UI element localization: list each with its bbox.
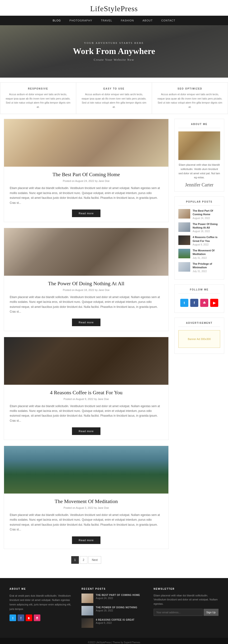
footer-recent-post-1: THE BEST PART OF COMING HOME August 24, … (82, 594, 146, 603)
footer-about-text: Erat at vestit pars duis blandit sollici… (9, 594, 74, 612)
hero-content: Your Adventure Starts Here Work From Any… (73, 42, 155, 62)
footer-recent-thumb-3 (82, 618, 93, 628)
popular-info-3: 4 Reasons Coffee is Great For You August… (193, 236, 220, 246)
popular-thumb-5 (178, 262, 190, 272)
popular-title-4[interactable]: The Movement Of Meditation (193, 249, 220, 256)
popular-info-5: The Privilege of Minimalism July 31, 202… (193, 262, 220, 272)
hero-tagline: Create Your Website Now (73, 58, 155, 62)
footer-recent-date-1: August 24, 2022 (96, 597, 140, 600)
popular-post-3: 4 Reasons Coffee is Great For You August… (178, 236, 220, 246)
post-title-1: The Best Part Of Coming Home (10, 172, 163, 178)
youtube-icon[interactable]: ▶ (210, 299, 218, 307)
nav-item-photography[interactable]: PHOTOGRAPHY (65, 16, 97, 25)
pagination: 1 2 Next (4, 556, 169, 564)
feature-responsive-title: RESPONSIVE (5, 87, 71, 90)
post-title-2: The Power Of Doing Nothing At All (10, 280, 163, 287)
popular-title-1[interactable]: The Best Part Of Coming Home (193, 209, 220, 216)
footer-recent-thumb-2 (82, 606, 93, 616)
footer-youtube-icon[interactable]: ▶ (26, 614, 32, 621)
nav-item-fashion[interactable]: FASHION (116, 16, 138, 25)
footer-recent-posts-title: RECENT POSTS (82, 588, 146, 590)
post-image-1 (4, 119, 168, 167)
instagram-icon[interactable]: ☘ (200, 299, 208, 307)
footer-recent-posts-widget: RECENT POSTS THE BEST PART OF COMING HOM… (82, 588, 146, 631)
popular-title-5[interactable]: The Privilege of Minimalism (193, 262, 220, 270)
nav-item-travel[interactable]: TRAVEL (97, 16, 116, 25)
main-layout: The Best Part Of Coming Home Posted on A… (0, 119, 228, 578)
post-card-1: The Best Part Of Coming Home Posted on A… (4, 119, 169, 222)
twitter-icon[interactable]: t (180, 299, 188, 307)
post-excerpt-3: Etiam placerat velit vitae dui blandit s… (10, 404, 163, 423)
popular-post-5: The Privilege of Minimalism July 31, 202… (178, 262, 220, 272)
read-more-button-3[interactable]: Read more (72, 427, 100, 435)
nav-item-about[interactable]: ABOUT (138, 16, 157, 25)
social-icons: t f ☘ ▶ (178, 297, 220, 309)
page-btn-2[interactable]: 2 (80, 556, 87, 564)
popular-thumb-1 (178, 209, 190, 218)
footer-recent-date-2: August 18, 2022 (96, 609, 137, 612)
facebook-icon[interactable]: f (190, 299, 198, 307)
popular-date-5: July 31, 2022 (193, 270, 220, 272)
feature-responsive-text: Accus ardium et dolor emque veri tatis a… (5, 92, 71, 109)
popular-title-3[interactable]: 4 Reasons Coffee is Great For You (193, 236, 220, 243)
footer: ABOUT ME Erat at vestit pars duis blandi… (0, 578, 228, 644)
feature-easy-title: EASY TO USE (82, 87, 147, 90)
hero-section: Your Adventure Starts Here Work From Any… (0, 25, 228, 78)
newsletter-signup-button[interactable]: Sign Up (204, 609, 219, 616)
footer-recent-title-1[interactable]: THE BEST PART OF COMING HOME (96, 594, 140, 597)
follow-widget: FOLLOW ME t f ☘ ▶ (174, 284, 224, 313)
post-meta-2: Posted on August 18, 2022 by Jane Doe (10, 288, 163, 292)
nav-item-contact[interactable]: CONTACT (157, 16, 180, 25)
popular-post-1: The Best Part Of Coming Home August 24, … (178, 209, 220, 220)
advertisement-widget: ADVERTISEMENT Banner Ad 300x300 (174, 318, 224, 354)
popular-thumb-3 (178, 236, 190, 245)
feature-responsive: RESPONSIVE Accus ardium et dolor emque v… (0, 82, 76, 114)
feature-easy-text: Accus ardium et dolor emque veri tatis a… (82, 92, 147, 109)
footer-instagram-icon[interactable]: ☘ (34, 614, 40, 621)
read-more-button-1[interactable]: Read more (72, 210, 100, 217)
footer-social-icons: t f ▶ ☘ (9, 614, 74, 621)
footer-recent-thumb-1 (82, 594, 93, 603)
feature-seo-title: SEO OPTIMIZED (157, 87, 223, 90)
nav-item-blog[interactable]: BLOG (48, 16, 65, 25)
post-excerpt-1: Etiam placerat velit vitae dui blandit s… (10, 186, 163, 205)
main-nav: BLOG PHOTOGRAPHY TRAVEL FASHION ABOUT CO… (0, 16, 228, 25)
post-image-3 (4, 337, 168, 385)
popular-thumb-4 (178, 249, 190, 258)
footer-recent-post-3: 4 REASONS COFFEE IS GREAT August 9, 2022 (82, 618, 146, 628)
footer-twitter-icon[interactable]: t (9, 614, 16, 621)
post-image-2 (4, 228, 168, 276)
page-btn-1[interactable]: 1 (71, 556, 79, 564)
sidebar: ABOUT ME Etiam placerat velit vitae dui … (174, 119, 224, 571)
feature-easy: EASY TO USE Accus ardium et dolor emque … (76, 82, 152, 114)
site-title: LifeStylePress (0, 4, 228, 13)
footer-recent-title-3[interactable]: 4 REASONS COFFEE IS GREAT (96, 618, 134, 622)
footer-recent-title-2[interactable]: THE POWER OF DOING NOTHING (96, 606, 137, 609)
advertisement-title: ADVERTISEMENT (178, 322, 220, 327)
popular-info-2: The Power Of Doing Nothing At All August… (193, 222, 220, 233)
about-text: Etiam placerat velit vitae dui blandit s… (178, 163, 220, 180)
page-btn-next[interactable]: Next (88, 556, 102, 564)
footer-about-title: ABOUT ME (9, 588, 74, 590)
post-meta-1: Posted on August 24, 2022 by Jane Doe (10, 180, 163, 182)
footer-recent-post-2: THE POWER OF DOING NOTHING August 18, 20… (82, 606, 146, 616)
footer-recent-info-2: THE POWER OF DOING NOTHING August 18, 20… (96, 606, 137, 612)
post-card-3: 4 Reasons Coffee is Great For You Posted… (4, 337, 169, 440)
footer-facebook-icon[interactable]: f (17, 614, 24, 621)
features-section: RESPONSIVE Accus ardium et dolor emque v… (0, 82, 228, 114)
about-signature: Jennifer Carter (178, 182, 220, 188)
read-more-button-4[interactable]: Read more (72, 536, 100, 544)
about-widget: ABOUT ME Etiam placerat velit vitae dui … (174, 119, 224, 192)
read-more-button-2[interactable]: Read more (72, 318, 100, 326)
newsletter-form: Sign Up (154, 609, 219, 616)
footer-bottom-text: ©2022 LifeStylePress | Theme by SuperbTh… (3, 641, 225, 644)
follow-widget-title: FOLLOW ME (178, 288, 220, 294)
popular-date-4: July 31, 2022 (193, 257, 220, 259)
popular-post-2: The Power Of Doing Nothing At All August… (178, 222, 220, 233)
footer-recent-info-1: THE BEST PART OF COMING HOME August 24, … (96, 594, 140, 600)
newsletter-email-input[interactable] (154, 609, 203, 616)
post-excerpt-4: Etiam placerat velit vitae dui blandit s… (10, 512, 163, 532)
footer-recent-date-3: August 9, 2022 (96, 622, 134, 624)
footer-newsletter-text: Etiam placerat velit vitae dui blandit s… (154, 594, 219, 606)
popular-title-2[interactable]: The Power Of Doing Nothing At All (193, 222, 220, 230)
